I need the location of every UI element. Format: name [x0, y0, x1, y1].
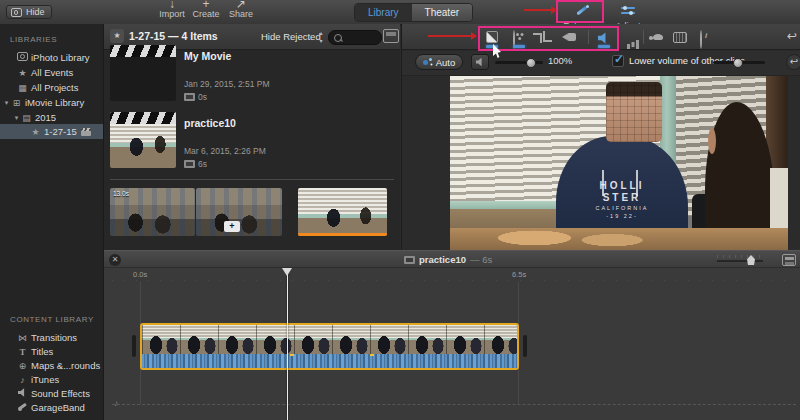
- auto-sparkle-icon: [423, 58, 433, 67]
- tab-library[interactable]: Library: [355, 4, 412, 21]
- create-icon: +: [186, 0, 226, 8]
- tools-highlight-box: [478, 26, 619, 51]
- reset-button[interactable]: ↩: [786, 54, 800, 70]
- auto-volume-button[interactable]: Auto: [415, 54, 463, 70]
- zoom-slider[interactable]: [717, 260, 763, 262]
- sidebar-item-all-events[interactable]: ★ All Events: [0, 65, 103, 80]
- video-preview[interactable]: HOLLI STER CALIFORNIA -19 22-: [450, 76, 788, 250]
- stepper-down-icon: ▾: [319, 38, 322, 44]
- hide-rejected-filter[interactable]: Hide Rejected: [261, 31, 321, 42]
- sidebar-item-label: Sound Effects: [31, 388, 90, 399]
- share-button[interactable]: ↗ Share: [221, 0, 261, 19]
- clip-thumbnail-practice10[interactable]: [110, 112, 176, 168]
- zoom-slider-ticks: [717, 255, 763, 258]
- filter-stepper[interactable]: ▴ ▾: [317, 29, 325, 45]
- music-note-icon: ♪: [114, 398, 119, 408]
- sidebar-item-label: iPhoto Library: [31, 52, 90, 63]
- event-star-icon: ★: [110, 29, 124, 43]
- playhead-line[interactable]: [287, 268, 288, 420]
- sidebar-item-1-27-15[interactable]: ★ 1-27-15: [0, 124, 103, 139]
- clip-filmstrip-frames: [142, 325, 517, 354]
- clapper-chevrons: [110, 45, 176, 57]
- hide-panel-icon: [11, 8, 22, 17]
- filmstrip-thumbnail-selected[interactable]: [298, 188, 387, 236]
- music-note-icon: ♪: [17, 375, 28, 385]
- playhead-handle[interactable]: [282, 268, 292, 276]
- search-field[interactable]: [328, 30, 382, 45]
- audio-waveform: [142, 354, 517, 368]
- pixelated-face: [606, 82, 662, 142]
- sidebar-item-label: All Events: [31, 67, 73, 78]
- share-label: Share: [221, 9, 261, 19]
- top-toolbar: Hide ↓ Import + Create ↗ Share Library T…: [0, 0, 800, 25]
- sidebar-item-sound-effects[interactable]: Sound Effects: [0, 386, 103, 401]
- toolbar-separator: [643, 30, 644, 44]
- filmstrip-thumbnail-2[interactable]: +: [196, 188, 282, 236]
- timeline-clip-practice10[interactable]: [140, 323, 519, 370]
- selection-underline: [298, 233, 387, 236]
- sidebar-item-garageband[interactable]: GarageBand: [0, 400, 103, 415]
- undo-icon[interactable]: ↩: [787, 30, 797, 42]
- checkmark-icon: ✓: [614, 52, 624, 66]
- sidebar-item-imovie-library[interactable]: ▾ ⊞ iMovie Library: [0, 95, 103, 110]
- lower-volume-checkbox[interactable]: ✓: [612, 55, 624, 67]
- sidebar-item-transitions[interactable]: ⋈ Transitions: [0, 330, 103, 345]
- sidebar-item-iphoto-library[interactable]: iPhoto Library: [0, 50, 103, 65]
- info-icon[interactable]: [700, 30, 702, 49]
- timeline-clip-duration: — 6s: [470, 254, 492, 265]
- volume-adjust-bar: Auto 100% ✓ Lower volume of other clips …: [402, 51, 800, 76]
- disclosure-triangle-icon[interactable]: ▾: [2, 99, 11, 107]
- sidebar-item-label: iTunes: [31, 374, 59, 385]
- stepper-up-icon: ▴: [319, 30, 322, 36]
- filmstrip-icon: [184, 160, 195, 168]
- trim-handle-right[interactable]: [523, 335, 527, 357]
- clip-thumbnail-my-movie[interactable]: [110, 45, 176, 101]
- sidebar-item-label: 2015: [35, 112, 56, 123]
- timeline-title: practice10 — 6s: [404, 254, 492, 265]
- close-timeline-button[interactable]: ✕: [109, 254, 121, 266]
- imovie-window: Hide ↓ Import + Create ↗ Share Library T…: [0, 0, 800, 420]
- browser-display-toggle-icon[interactable]: [383, 29, 399, 43]
- sidebar-item-2015[interactable]: ▾ ▤ 2015: [0, 110, 103, 125]
- globe-icon: ⊕: [17, 361, 28, 371]
- sidebar-item-maps-backgrounds[interactable]: ⊕ Maps &...rounds: [0, 358, 103, 373]
- enhance-pointer-arrow: [524, 9, 552, 11]
- clip-duration: 0s: [184, 92, 207, 102]
- trim-handle-left[interactable]: [132, 335, 136, 357]
- clip-date: Jan 29, 2015, 2:51 PM: [184, 79, 270, 89]
- clapperboard-icon: [81, 128, 91, 136]
- transitions-icon: ⋈: [17, 333, 28, 343]
- ducking-slider[interactable]: [713, 61, 765, 64]
- sidebar-item-titles[interactable]: T Titles: [0, 344, 103, 359]
- tools-pointer-arrow: [428, 35, 472, 37]
- search-input[interactable]: [343, 31, 381, 44]
- create-label: Create: [186, 9, 226, 19]
- ruler-label-mid: 6.5s: [512, 270, 526, 279]
- filmstrip-icon: ▤: [21, 113, 32, 123]
- effects-icon[interactable]: [673, 32, 687, 43]
- timeline-header: ✕ practice10 — 6s: [104, 250, 800, 268]
- add-to-timeline-button[interactable]: +: [224, 221, 240, 232]
- tab-theater[interactable]: Theater: [412, 4, 472, 21]
- star-icon: ★: [30, 127, 41, 137]
- clip-appearance-icon[interactable]: [782, 254, 796, 266]
- sidebar-item-itunes[interactable]: ♪ iTunes: [0, 372, 103, 387]
- volume-slider-thumb[interactable]: [526, 58, 536, 68]
- guitar-icon: [18, 402, 28, 411]
- undo-icon: ↩: [790, 56, 798, 68]
- desk-and-hands: [450, 228, 788, 250]
- hide-button[interactable]: Hide: [6, 5, 52, 19]
- auto-label: Auto: [436, 57, 456, 68]
- mute-button[interactable]: [471, 54, 489, 70]
- ducking-slider-thumb[interactable]: [733, 58, 743, 68]
- filmstrip-thumbnail-1[interactable]: 13.0s: [110, 188, 195, 236]
- library-grid-icon: ⊞: [11, 98, 22, 108]
- sidebar-item-all-projects[interactable]: ▦ All Projects: [0, 80, 103, 95]
- create-button[interactable]: + Create: [186, 0, 226, 19]
- titles-icon: T: [17, 347, 28, 357]
- sidebar-item-label: Maps &...rounds: [31, 360, 100, 371]
- disclosure-triangle-icon[interactable]: ▾: [12, 114, 21, 122]
- search-icon: [334, 34, 342, 42]
- volume-slider[interactable]: [495, 61, 543, 64]
- share-icon: ↗: [221, 0, 261, 8]
